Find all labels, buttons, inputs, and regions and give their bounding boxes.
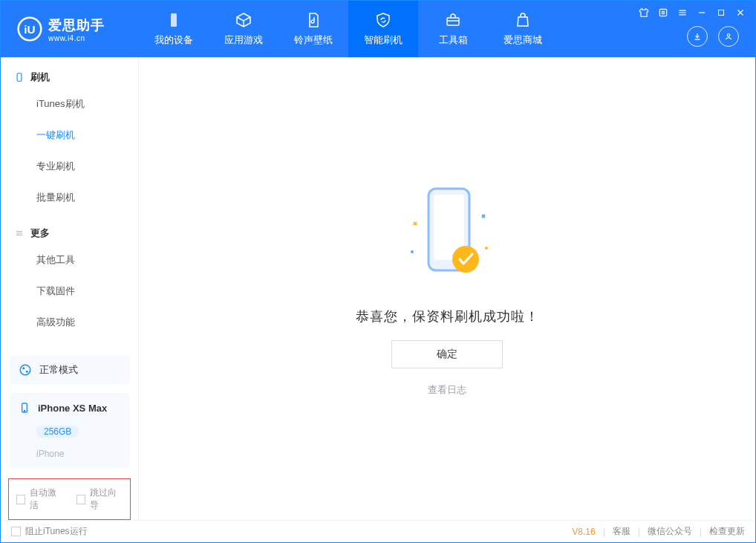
- titlebar: [638, 7, 746, 19]
- sidebar-item-batch[interactable]: 批量刷机: [1, 182, 138, 213]
- nav-store[interactable]: 爱思商城: [488, 1, 558, 57]
- svg-point-6: [727, 34, 730, 37]
- list-icon[interactable]: [657, 7, 669, 19]
- footer: 阻止iTunes运行 V8.16 | 客服 | 微信公众号 | 检查更新: [1, 520, 755, 542]
- sidebar-group-more: 更多: [1, 224, 138, 244]
- header-right: [687, 26, 739, 47]
- nav-apps[interactable]: 应用游戏: [209, 1, 278, 57]
- view-log-link[interactable]: 查看日志: [428, 383, 466, 397]
- sidebar-item-itunes[interactable]: iTunes刷机: [1, 88, 138, 120]
- minimize-icon[interactable]: [696, 7, 708, 19]
- svg-point-10: [26, 371, 28, 373]
- skip-guide-checkbox[interactable]: 跳过向导: [76, 487, 123, 512]
- svg-rect-5: [447, 18, 459, 25]
- shield-refresh-icon: [374, 11, 392, 29]
- shirt-icon[interactable]: [638, 7, 650, 19]
- sidebar-item-advanced[interactable]: 高级功能: [1, 307, 138, 338]
- device-icon: [19, 402, 30, 414]
- device-type: iPhone: [36, 449, 64, 459]
- sidebar-item-firmware[interactable]: 下载固件: [1, 276, 138, 307]
- cube-icon: [235, 11, 252, 29]
- svg-text:iU: iU: [24, 23, 35, 36]
- sidebar-item-pro[interactable]: 专业刷机: [1, 151, 138, 182]
- nav-device[interactable]: 我的设备: [139, 1, 209, 57]
- sidebar: 刷机 iTunes刷机 一键刷机 专业刷机 批量刷机 更多 其他工具 下载固件 …: [1, 57, 139, 520]
- svg-point-9: [22, 367, 25, 369]
- svg-rect-7: [17, 74, 22, 82]
- success-illustration: [399, 181, 495, 293]
- nav-label: 我的设备: [154, 33, 193, 47]
- menu-lines-icon[interactable]: [677, 7, 688, 19]
- main-nav: 我的设备 应用游戏 铃声壁纸 智能刷机 工具箱 爱思商城: [139, 1, 558, 57]
- logo-icon: iU: [17, 16, 42, 42]
- success-message: 恭喜您，保资料刷机成功啦！: [356, 308, 539, 325]
- device-card[interactable]: iPhone XS Max 256GB iPhone: [10, 393, 129, 468]
- highlighted-options: 自动激活 跳过向导: [8, 478, 131, 520]
- svg-rect-4: [171, 13, 177, 27]
- customer-service-link[interactable]: 客服: [613, 525, 630, 538]
- svg-point-12: [24, 410, 25, 411]
- sidebar-item-oneclick[interactable]: 一键刷机: [1, 120, 138, 151]
- nav-label: 智能刷机: [364, 33, 403, 47]
- toolbox-icon: [444, 11, 462, 29]
- sidebar-item-other[interactable]: 其他工具: [1, 244, 138, 276]
- confirm-button[interactable]: 确定: [391, 340, 503, 368]
- svg-point-17: [485, 247, 488, 250]
- svg-rect-1: [719, 10, 724, 16]
- mode-label: 正常模式: [39, 363, 78, 377]
- svg-point-8: [20, 365, 30, 375]
- phone-outline-icon: [14, 72, 25, 82]
- app-url: www.i4.cn: [48, 34, 105, 42]
- app-name: 爱思助手: [48, 16, 105, 34]
- music-doc-icon: [304, 11, 322, 29]
- nav-flash[interactable]: 智能刷机: [348, 1, 418, 57]
- logo: iU 爱思助手 www.i4.cn: [1, 16, 139, 42]
- check-update-link[interactable]: 检查更新: [709, 525, 745, 538]
- maximize-icon[interactable]: [715, 7, 727, 19]
- mode-status[interactable]: 正常模式: [10, 356, 129, 384]
- nav-tools[interactable]: 工具箱: [418, 1, 488, 57]
- nav-label: 应用游戏: [224, 33, 263, 47]
- body: 刷机 iTunes刷机 一键刷机 专业刷机 批量刷机 更多 其他工具 下载固件 …: [1, 57, 755, 520]
- sidebar-group-label: 更多: [30, 227, 50, 240]
- content: 恭喜您，保资料刷机成功啦！ 确定 查看日志: [139, 57, 755, 520]
- version-label: V8.16: [572, 527, 595, 537]
- svg-point-16: [411, 250, 414, 253]
- mode-icon: [19, 363, 32, 377]
- stop-itunes-checkbox[interactable]: 阻止iTunes运行: [11, 525, 88, 538]
- nav-media[interactable]: 铃声壁纸: [278, 1, 348, 57]
- wechat-link[interactable]: 微信公众号: [648, 525, 692, 538]
- auto-activate-checkbox[interactable]: 自动激活: [16, 487, 63, 512]
- nav-label: 工具箱: [439, 33, 468, 47]
- header: iU 爱思助手 www.i4.cn 我的设备 应用游戏 铃声壁纸 智能刷机 工具…: [1, 1, 755, 57]
- close-icon[interactable]: [734, 7, 746, 19]
- nav-label: 爱思商城: [504, 33, 542, 47]
- checkbox-label: 跳过向导: [90, 487, 123, 512]
- bag-icon: [514, 11, 532, 29]
- checkbox-label: 自动激活: [30, 487, 62, 512]
- sidebar-group-flash: 刷机: [1, 68, 138, 88]
- device-capacity: 256GB: [36, 426, 79, 438]
- download-button[interactable]: [687, 26, 708, 47]
- sidebar-group-label: 刷机: [30, 71, 50, 84]
- nav-label: 铃声壁纸: [294, 33, 333, 47]
- hamburger-icon: [14, 228, 25, 238]
- device-name: iPhone XS Max: [38, 403, 107, 414]
- user-button[interactable]: [718, 26, 739, 47]
- phone-icon: [165, 11, 183, 29]
- svg-point-15: [452, 246, 479, 273]
- checkbox-label: 阻止iTunes运行: [25, 525, 88, 538]
